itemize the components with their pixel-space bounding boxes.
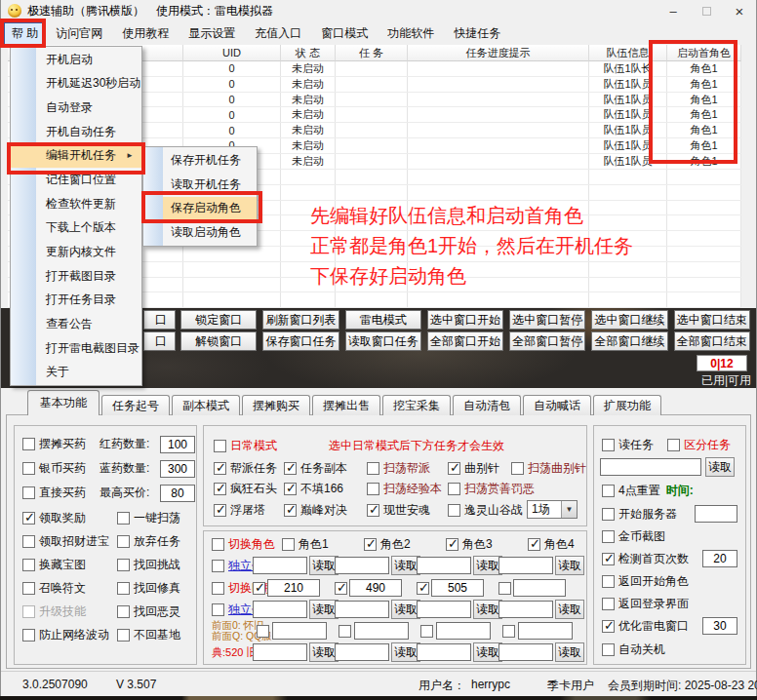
checkbox[interactable] [22,605,35,618]
checkbox[interactable] [367,483,379,495]
homepage-checkbox[interactable] [602,553,615,565]
read-button[interactable]: 读取 [705,457,735,477]
checkbox[interactable] [22,535,35,548]
quantity-input[interactable] [160,460,195,478]
checkbox[interactable] [117,629,130,642]
switch-server-checkbox[interactable] [212,582,224,595]
checkbox[interactable] [22,582,35,595]
checkbox[interactable] [448,462,460,475]
maximize-button[interactable] [690,0,723,21]
task-input[interactable] [253,557,307,574]
gold-shot-checkbox[interactable] [602,530,615,543]
back-role-checkbox[interactable] [602,575,615,588]
task-input[interactable] [417,643,471,661]
checkbox[interactable] [284,462,297,475]
checkbox[interactable] [117,512,130,525]
server-input[interactable] [267,579,320,597]
menubar-item[interactable]: 窗口模式 [314,23,375,44]
role-checkbox[interactable] [528,538,540,551]
menu-item[interactable]: 开机自动任务 [11,120,141,144]
checkbox[interactable] [511,462,524,475]
server-checkbox[interactable] [335,582,347,595]
checkbox[interactable] [22,438,35,450]
prefix-checkbox[interactable] [257,625,269,638]
server-input[interactable] [431,579,484,597]
read-button[interactable]: 读取 [555,556,584,575]
checkbox[interactable] [214,483,226,495]
column-header[interactable]: 任 务 [336,45,408,61]
prefix-input[interactable] [436,622,491,640]
partial-window-button[interactable]: 口 [143,310,176,330]
task-input[interactable] [253,643,307,661]
checkbox[interactable] [117,605,130,618]
checkbox[interactable] [22,486,35,499]
menu-item[interactable]: 记住窗口位置 [11,168,141,192]
menubar-item[interactable]: 快捷任务 [447,23,507,44]
menu-item[interactable]: 下载上个版本 [11,215,141,240]
task-input[interactable] [335,643,389,661]
checkbox[interactable] [117,535,130,548]
window-control-button[interactable]: 解锁窗口 [180,331,257,351]
prefix-checkbox[interactable] [339,625,351,638]
shutdown-checkbox[interactable] [602,643,615,656]
tab[interactable]: 自动喊话 [523,395,591,415]
menubar-item[interactable]: 使用教程 [115,23,176,44]
read-task-checkbox[interactable] [602,439,615,451]
checkbox[interactable] [284,483,297,495]
rounds-dropdown[interactable]: 1场 ▼ [527,500,578,519]
server-checkbox[interactable] [253,582,265,595]
column-header[interactable]: UID [183,45,281,61]
start-server-input[interactable] [695,505,737,523]
window-control-button[interactable]: 刷新窗口列表 [262,310,339,330]
role-checkbox[interactable] [446,538,458,551]
tab[interactable]: 扩展功能 [593,395,661,415]
column-header[interactable]: 状 态 [281,45,336,61]
window-control-button[interactable]: 选中窗口结束 [674,310,750,330]
prefix-checkbox[interactable] [502,625,515,638]
quantity-input[interactable] [160,436,195,453]
chevron-down-icon[interactable]: ▼ [561,501,577,518]
column-header[interactable]: 启动首角色 [667,45,741,61]
menu-item[interactable]: 查看公告 [11,312,141,336]
prefix-checkbox[interactable] [420,625,433,638]
task-input[interactable] [253,601,307,618]
optimize-checkbox[interactable] [602,620,615,633]
window-control-button[interactable]: 保存窗口任务 [262,331,339,351]
tab[interactable]: 基本功能 [27,390,100,415]
window-control-button[interactable]: 雷电模式 [345,310,421,330]
read-task-input[interactable] [600,458,701,476]
menu-item[interactable]: 开机启动 [11,48,141,72]
tab[interactable]: 副本模式 [172,395,240,415]
window-control-button[interactable]: 读取窗口任务 [345,331,421,351]
menubar-item[interactable]: 显示设置 [181,23,242,44]
task-input[interactable] [498,557,553,574]
checkbox[interactable] [22,559,35,571]
window-control-button[interactable]: 锁定窗口 [180,310,257,330]
role-checkbox[interactable] [364,538,377,551]
independent-task-checkbox[interactable] [212,560,224,572]
reset-checkbox[interactable] [602,485,615,497]
read-button[interactable]: 读取 [555,642,584,662]
checkbox[interactable] [117,582,130,595]
close-button[interactable]: × [723,0,756,21]
task-input[interactable] [417,557,471,574]
role-checkbox[interactable] [282,538,295,551]
homepage-count-input[interactable] [702,550,737,567]
tab[interactable]: 自动清包 [453,395,521,415]
checkbox[interactable] [367,504,379,517]
window-control-button[interactable]: 全部窗口暂停 [509,331,585,351]
dist-task-checkbox[interactable] [667,439,680,451]
task-input[interactable] [335,601,389,618]
task-input[interactable] [335,557,389,574]
server-checkbox[interactable] [417,582,429,595]
checkbox[interactable] [214,462,226,475]
prefix-input[interactable] [354,622,409,640]
checkbox[interactable] [22,462,35,475]
window-control-button[interactable]: 全部窗口继续 [591,331,667,351]
title-bar[interactable]: 极速辅助（腾讯横版） 使用模式：雷电模拟器 – × [1,0,756,21]
menu-item[interactable]: 编辑开机任务 ► [11,144,141,169]
window-control-button[interactable]: 选中窗口继续 [591,310,667,330]
server-input[interactable] [513,579,566,597]
menubar-item[interactable]: 帮 助 [4,22,46,45]
checkbox[interactable] [448,483,460,495]
